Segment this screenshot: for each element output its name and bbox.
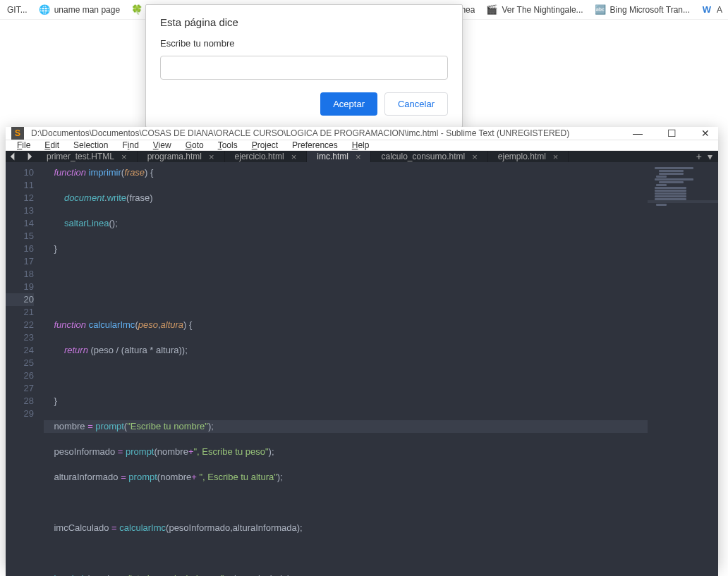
movie-icon: 🎬 — [486, 4, 497, 16]
globe-icon: 🌐 — [39, 4, 50, 16]
menu-selection[interactable]: Selection — [66, 140, 115, 150]
line-number: 16 — [6, 243, 34, 255]
menu-goto[interactable]: Goto — [178, 140, 211, 150]
line-number: 28 — [6, 395, 34, 408]
translate-icon: 🔤 — [595, 4, 606, 16]
line-number: 23 — [6, 331, 34, 344]
line-number: 17 — [6, 255, 34, 268]
line-number: 10 — [6, 166, 34, 179]
new-tab-button[interactable]: + — [696, 151, 702, 162]
clover-icon: 🍀 — [131, 4, 142, 16]
sublime-icon: S — [11, 127, 24, 140]
gutter: 10 11 12 13 14 15 16 17 18 19 20 21 22 2… — [6, 162, 40, 576]
close-icon[interactable]: × — [121, 152, 127, 162]
bookmark-digit[interactable]: GIT... — [1, 0, 33, 19]
line-number: 27 — [6, 382, 34, 395]
line-number: 21 — [6, 306, 34, 319]
minimap[interactable] — [648, 162, 718, 576]
bookmark-label: Bing Microsoft Tran... — [610, 5, 690, 15]
close-icon[interactable]: × — [356, 152, 361, 162]
menu-view[interactable]: View — [146, 140, 178, 150]
tab-nav-left[interactable] — [6, 151, 21, 162]
dialog-title: Esta página dice — [160, 16, 448, 28]
sublime-window: S D:\Documentos\Documentos\COSAS DE DIAN… — [6, 127, 718, 568]
bookmark-label: Ver The Nightingale... — [502, 5, 583, 15]
menu-find[interactable]: Find — [115, 140, 145, 150]
menu-bar: File Edit Selection Find View Goto Tools… — [6, 140, 718, 151]
line-number: 25 — [6, 357, 34, 369]
tab-label: primer_test.HTML — [47, 152, 114, 161]
menu-tools[interactable]: Tools — [211, 140, 245, 150]
line-number: 15 — [6, 230, 34, 243]
bookmark-a[interactable]: WA — [696, 0, 728, 19]
tab-label: ejercicio.html — [235, 152, 284, 161]
line-number: 29 — [6, 408, 34, 420]
dialog-message: Escribe tu nombre — [160, 38, 448, 49]
bookmark-bing[interactable]: 🔤Bing Microsoft Tran... — [589, 0, 696, 19]
code-area[interactable]: function imprimir(frase) { document.writ… — [40, 162, 648, 576]
line-number: 18 — [6, 268, 34, 281]
close-icon[interactable]: × — [209, 152, 214, 162]
cancel-button[interactable]: Cancelar — [384, 92, 448, 116]
editor[interactable]: 10 11 12 13 14 15 16 17 18 19 20 21 22 2… — [6, 162, 718, 576]
line-number: 26 — [6, 369, 34, 382]
line-number: 24 — [6, 344, 34, 357]
tab-ejercicio[interactable]: ejercicio.html× — [225, 151, 308, 162]
line-number: 14 — [6, 217, 34, 230]
close-icon[interactable]: × — [472, 152, 478, 162]
tab-primer-test[interactable]: primer_test.HTML× — [37, 151, 138, 162]
tab-label: calculo_consumo.html — [381, 152, 465, 161]
line-number: 13 — [6, 204, 34, 217]
line-number: 20 — [6, 293, 34, 306]
window-title: D:\Documentos\Documentos\COSAS DE DIANA\… — [31, 128, 569, 138]
tab-label: imc.html — [317, 152, 348, 161]
menu-edit[interactable]: Edit — [37, 140, 66, 150]
tab-imc[interactable]: imc.html× — [307, 151, 371, 162]
tab-programa[interactable]: programa.html× — [138, 151, 225, 162]
line-number: 19 — [6, 281, 34, 293]
menu-file[interactable]: File — [10, 140, 37, 150]
bookmark-label: uname man page — [54, 5, 120, 15]
tab-calculo[interactable]: calculo_consumo.html× — [371, 151, 487, 162]
bookmark-uname[interactable]: 🌐uname man page — [33, 0, 126, 19]
line-number: 11 — [6, 179, 34, 192]
w-icon: W — [701, 4, 712, 16]
menu-project[interactable]: Project — [245, 140, 285, 150]
maximize-button[interactable]: ☐ — [665, 128, 679, 139]
close-icon[interactable]: × — [553, 152, 559, 162]
close-icon[interactable]: × — [291, 152, 297, 162]
tab-label: ejemplo.html — [498, 152, 546, 161]
tab-ejemplo[interactable]: ejemplo.html× — [488, 151, 569, 162]
close-button[interactable]: ✕ — [698, 128, 712, 139]
tab-bar: primer_test.HTML× programa.html× ejercic… — [6, 151, 718, 162]
js-prompt-dialog: Esta página dice Escribe tu nombre Acept… — [145, 4, 463, 128]
tab-label: programa.html — [147, 152, 202, 161]
line-number: 22 — [6, 319, 34, 331]
menu-help[interactable]: Help — [345, 140, 377, 150]
bookmark-label: GIT... — [7, 5, 28, 15]
accept-button[interactable]: Aceptar — [320, 92, 377, 116]
minimize-button[interactable]: — — [631, 128, 645, 139]
bookmark-label: A — [717, 5, 722, 15]
menu-preferences[interactable]: Preferences — [285, 140, 345, 150]
line-number: 12 — [6, 192, 34, 204]
bookmark-nightingale[interactable]: 🎬Ver The Nightingale... — [480, 0, 588, 19]
title-bar[interactable]: S D:\Documentos\Documentos\COSAS DE DIAN… — [6, 127, 718, 140]
dialog-input[interactable] — [160, 56, 448, 80]
tab-nav-right[interactable] — [21, 151, 37, 162]
tab-menu-button[interactable]: ▾ — [708, 151, 712, 162]
